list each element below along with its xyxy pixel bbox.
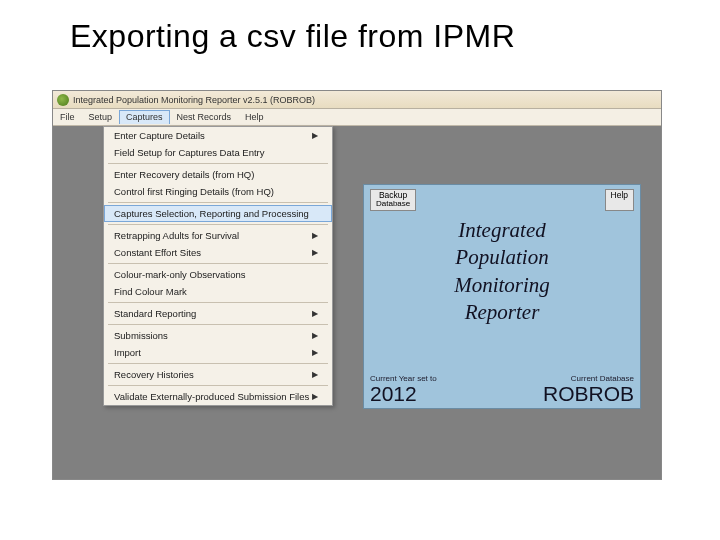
dropdown-item-label: Import bbox=[114, 347, 141, 358]
dropdown-separator bbox=[108, 163, 328, 164]
current-year-value: 2012 bbox=[370, 383, 437, 404]
dropdown-item[interactable]: Enter Recovery details (from HQ) bbox=[104, 166, 332, 183]
home-title: Integrated Population Monitoring Reporte… bbox=[364, 213, 640, 332]
app-logo-icon bbox=[57, 94, 69, 106]
dropdown-item-label: Retrapping Adults for Survival bbox=[114, 230, 239, 241]
dropdown-item-label: Enter Capture Details bbox=[114, 130, 205, 141]
dropdown-separator bbox=[108, 263, 328, 264]
dropdown-item-label: Constant Effort Sites bbox=[114, 247, 201, 258]
dropdown-item-label: Standard Reporting bbox=[114, 308, 196, 319]
dropdown-item[interactable]: Field Setup for Captures Data Entry bbox=[104, 144, 332, 161]
menu-help[interactable]: Help bbox=[238, 110, 271, 124]
dropdown-item[interactable]: Captures Selection, Reporting and Proces… bbox=[104, 205, 332, 222]
dropdown-separator bbox=[108, 302, 328, 303]
dropdown-item[interactable]: Retrapping Adults for Survival▶ bbox=[104, 227, 332, 244]
dropdown-separator bbox=[108, 324, 328, 325]
dropdown-item[interactable]: Submissions▶ bbox=[104, 327, 332, 344]
app-window: Integrated Population Monitoring Reporte… bbox=[52, 90, 662, 480]
dropdown-item-label: Recovery Histories bbox=[114, 369, 194, 380]
backup-database-button[interactable]: Backup Database bbox=[370, 189, 416, 211]
dropdown-separator bbox=[108, 385, 328, 386]
menu-captures[interactable]: Captures bbox=[119, 110, 170, 124]
captures-dropdown: Enter Capture Details▶Field Setup for Ca… bbox=[103, 126, 333, 406]
dropdown-item-label: Find Colour Mark bbox=[114, 286, 187, 297]
dropdown-item[interactable]: Validate Externally-produced Submission … bbox=[104, 388, 332, 405]
dropdown-item[interactable]: Find Colour Mark bbox=[104, 283, 332, 300]
dropdown-item[interactable]: Control first Ringing Details (from HQ) bbox=[104, 183, 332, 200]
home-title-l3: Monitoring bbox=[372, 272, 632, 299]
dropdown-item-label: Captures Selection, Reporting and Proces… bbox=[114, 208, 309, 219]
submenu-arrow-icon: ▶ bbox=[312, 370, 318, 379]
client-area: Backup Database Help Integrated Populati… bbox=[53, 126, 661, 479]
dropdown-item[interactable]: Recovery Histories▶ bbox=[104, 366, 332, 383]
current-database-value: ROBROB bbox=[543, 383, 634, 404]
submenu-arrow-icon: ▶ bbox=[312, 231, 318, 240]
dropdown-separator bbox=[108, 224, 328, 225]
dropdown-item-label: Field Setup for Captures Data Entry bbox=[114, 147, 265, 158]
dropdown-separator bbox=[108, 363, 328, 364]
submenu-arrow-icon: ▶ bbox=[312, 392, 318, 401]
submenu-arrow-icon: ▶ bbox=[312, 348, 318, 357]
backup-button-line2: Database bbox=[376, 200, 410, 209]
dropdown-item[interactable]: Constant Effort Sites▶ bbox=[104, 244, 332, 261]
dropdown-item[interactable]: Enter Capture Details▶ bbox=[104, 127, 332, 144]
submenu-arrow-icon: ▶ bbox=[312, 331, 318, 340]
menu-file[interactable]: File bbox=[53, 110, 82, 124]
slide-title: Exporting a csv file from IPMR bbox=[0, 0, 720, 55]
dropdown-separator bbox=[108, 202, 328, 203]
dropdown-item[interactable]: Standard Reporting▶ bbox=[104, 305, 332, 322]
window-title-text: Integrated Population Monitoring Reporte… bbox=[73, 95, 315, 105]
menu-setup[interactable]: Setup bbox=[82, 110, 120, 124]
dropdown-item[interactable]: Import▶ bbox=[104, 344, 332, 361]
home-title-l1: Integrated bbox=[372, 217, 632, 244]
dropdown-item-label: Colour-mark-only Observations bbox=[114, 269, 245, 280]
help-button[interactable]: Help bbox=[605, 189, 634, 211]
dropdown-item-label: Validate Externally-produced Submission … bbox=[114, 391, 309, 402]
home-panel: Backup Database Help Integrated Populati… bbox=[363, 184, 641, 409]
dropdown-item-label: Submissions bbox=[114, 330, 168, 341]
menubar: File Setup Captures Nest Records Help bbox=[53, 109, 661, 126]
home-title-l2: Population bbox=[372, 244, 632, 271]
menu-nest-records[interactable]: Nest Records bbox=[170, 110, 239, 124]
home-title-l4: Reporter bbox=[372, 299, 632, 326]
window-titlebar: Integrated Population Monitoring Reporte… bbox=[53, 91, 661, 109]
dropdown-item-label: Enter Recovery details (from HQ) bbox=[114, 169, 254, 180]
submenu-arrow-icon: ▶ bbox=[312, 131, 318, 140]
dropdown-item[interactable]: Colour-mark-only Observations bbox=[104, 266, 332, 283]
dropdown-item-label: Control first Ringing Details (from HQ) bbox=[114, 186, 274, 197]
submenu-arrow-icon: ▶ bbox=[312, 309, 318, 318]
submenu-arrow-icon: ▶ bbox=[312, 248, 318, 257]
